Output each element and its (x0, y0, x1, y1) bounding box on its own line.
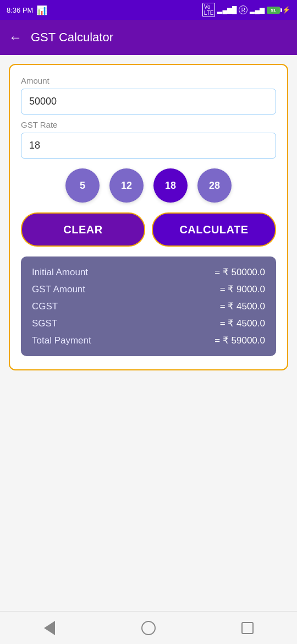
nav-home-button[interactable] (138, 617, 160, 639)
signal-icon-1: ▂▄▆█ (217, 6, 237, 14)
sgst-label: SGST (32, 318, 57, 329)
nav-back-button[interactable] (38, 617, 61, 639)
rate-btn-12[interactable]: 12 (109, 168, 144, 203)
calculate-button[interactable]: CALCULATE (152, 212, 276, 247)
recents-nav-icon (241, 622, 254, 634)
total-payment-value: = ₹ 59000.0 (215, 335, 265, 346)
gst-rate-label: GST Rate (21, 120, 276, 129)
result-row-sgst: SGST = ₹ 4500.0 (32, 318, 265, 329)
main-content: Amount GST Rate 5 12 18 28 CLEAR CALCULA… (0, 55, 297, 611)
app-title: GST Calculator (31, 30, 113, 45)
cgst-label: CGST (32, 301, 58, 312)
amount-label: Amount (21, 76, 276, 85)
gst-rate-input[interactable] (21, 133, 276, 159)
status-time: 8:36 PM (7, 6, 33, 14)
rate-btn-18[interactable]: 18 (153, 168, 188, 203)
app-bar: ← GST Calculator (0, 20, 297, 55)
rate-btn-5[interactable]: 5 (65, 168, 100, 203)
rate-btn-28[interactable]: 28 (197, 168, 232, 203)
cgst-value: = ₹ 4500.0 (220, 301, 265, 312)
action-buttons: CLEAR CALCULATE (21, 212, 276, 247)
back-nav-icon (44, 621, 55, 635)
status-bar: 8:36 PM 📊 VoLTE ▂▄▆█ R ▂▄▆ 91 ⚡ (0, 0, 297, 20)
gst-amount-label: GST Amount (32, 284, 85, 295)
status-app-icon: 📊 (36, 5, 47, 15)
results-panel: Initial Amount = ₹ 50000.0 GST Amount = … (21, 256, 276, 356)
gst-amount-value: = ₹ 9000.0 (220, 283, 265, 295)
nav-bar (0, 611, 297, 644)
result-row-gst: GST Amount = ₹ 9000.0 (32, 283, 265, 295)
rate-buttons-group: 5 12 18 28 (21, 168, 276, 203)
result-row-initial: Initial Amount = ₹ 50000.0 (32, 266, 265, 278)
initial-amount-value: = ₹ 50000.0 (215, 266, 265, 278)
clear-button[interactable]: CLEAR (21, 212, 145, 247)
bolt-icon: ⚡ (282, 6, 290, 14)
total-payment-label: Total Payment (32, 335, 91, 346)
result-row-cgst: CGST = ₹ 4500.0 (32, 301, 265, 312)
status-right: VoLTE ▂▄▆█ R ▂▄▆ 91 ⚡ (202, 3, 290, 17)
r-icon: R (239, 6, 248, 14)
initial-amount-label: Initial Amount (32, 267, 88, 278)
result-row-total: Total Payment = ₹ 59000.0 (32, 335, 265, 346)
sgst-value: = ₹ 4500.0 (220, 318, 265, 329)
nav-recents-button[interactable] (237, 617, 258, 639)
signal-icon-2: ▂▄▆ (250, 6, 265, 14)
back-button[interactable]: ← (9, 30, 22, 45)
amount-input[interactable] (21, 89, 276, 114)
volte-icon: VoLTE (202, 3, 216, 17)
home-nav-icon (141, 621, 156, 635)
status-left: 8:36 PM 📊 (7, 5, 47, 15)
calculator-card: Amount GST Rate 5 12 18 28 CLEAR CALCULA… (9, 64, 288, 370)
battery-icon: 91 (267, 7, 280, 14)
